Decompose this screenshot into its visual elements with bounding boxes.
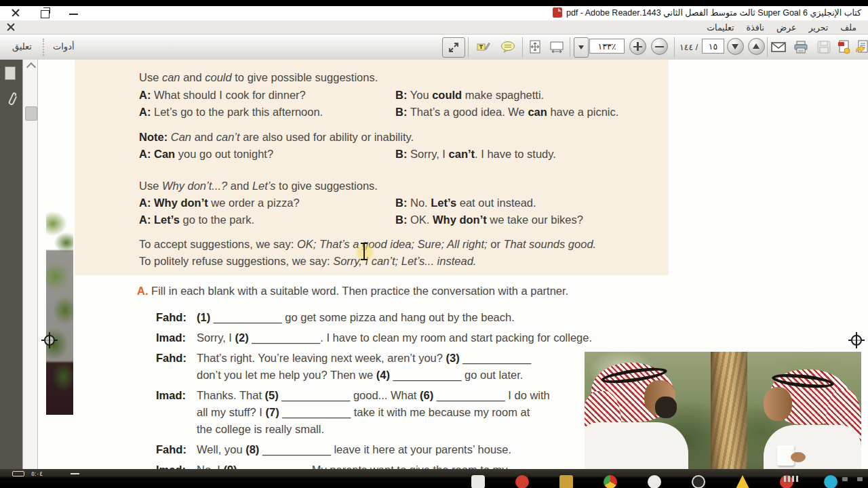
photos-app-icon[interactable] <box>471 475 485 488</box>
menu-view[interactable]: عرض <box>774 22 798 33</box>
zoom-level-input[interactable]: ١٣٣٪ <box>589 39 625 54</box>
previous-page-button[interactable] <box>748 38 765 55</box>
close-button[interactable] <box>12 9 21 18</box>
text-run: Why don’t <box>433 214 487 226</box>
text-run: and <box>180 71 205 83</box>
alarm-app-icon[interactable] <box>692 475 705 488</box>
text-run: A: <box>139 148 151 160</box>
text-run: That’s a good idea. We <box>407 106 528 118</box>
next-page-icon <box>728 39 743 54</box>
share-app-icon[interactable] <box>648 475 661 488</box>
text-run: Well, you <box>197 443 245 455</box>
highlight-text-button[interactable] <box>472 37 495 56</box>
zoom-dropdown-button[interactable] <box>574 37 589 58</box>
taskbar: ٥:٠٤ <box>0 469 868 488</box>
zoom-in-button[interactable] <box>629 38 646 55</box>
registration-mark-left-icon <box>41 332 58 348</box>
warning-app-icon[interactable] <box>736 475 749 488</box>
menu-edit[interactable]: تحرير <box>806 22 830 33</box>
window-title-area: كتاب الإنجليزي Super Goal 6 ثالث متوسط ا… <box>553 7 861 18</box>
sticky-note-icon <box>500 41 515 53</box>
text-run: we take our bikes? <box>487 214 583 226</box>
dialogue-line: (1) ___________ go get some pizza and ha… <box>197 310 515 324</box>
text-run: No, I <box>197 464 223 469</box>
man-left <box>585 363 709 469</box>
minimize-icon <box>69 14 78 15</box>
text-run: (4) <box>376 369 390 381</box>
text-run: Thanks. That <box>197 389 265 401</box>
page-thumbnails-button[interactable] <box>5 66 16 80</box>
dialogue-line: No, I (9) ___________ My parents want to… <box>197 463 508 469</box>
fit-width-button[interactable] <box>547 37 567 56</box>
text-run: could <box>432 89 462 101</box>
print-button[interactable] <box>791 37 811 56</box>
text-run: to give suggestions. <box>276 180 378 192</box>
email-icon <box>771 42 786 52</box>
menu-help[interactable]: تعليمات <box>705 22 736 33</box>
text-run: Why don’t...? <box>162 180 227 192</box>
speaker-label: Fahd: <box>156 310 186 324</box>
text-run: ___________ leave it here at your parent… <box>259 443 511 455</box>
grammar-line: B: You could make spaghetti. <box>395 88 544 102</box>
chrome-browser-icon[interactable] <box>604 475 617 488</box>
speaker-label: Fahd: <box>156 351 186 365</box>
save-button <box>815 37 833 56</box>
conversation-photo <box>585 352 861 469</box>
attachments-button[interactable] <box>5 91 17 107</box>
email-button[interactable] <box>769 37 788 56</box>
video-overlay-icon <box>12 471 24 476</box>
zoom-in-icon <box>630 39 646 54</box>
messenger-app-icon[interactable] <box>824 475 837 488</box>
text-run: ___________ go get some pizza and hang o… <box>210 311 515 323</box>
dialogue-line: Thanks. That (5) ___________ good... Wha… <box>197 388 550 402</box>
grammar-line: A: Let’s go to the park this afternoon. <box>139 105 323 119</box>
create-pdf-button[interactable] <box>835 37 853 56</box>
adobe-reader-window: كتاب الإنجليزي Super Goal 6 ثالث متوسط ا… <box>0 0 868 488</box>
text-run: Can <box>171 131 191 143</box>
text-run: make spaghetti. <box>462 89 544 101</box>
sticky-note-button[interactable] <box>496 37 519 56</box>
text-run: B: <box>395 214 407 226</box>
text-run: A: <box>139 106 151 118</box>
text-run: go to the park. <box>180 214 254 226</box>
scrollbar-thumb[interactable] <box>25 106 37 121</box>
grammar-line: A: What should I cook for dinner? <box>139 88 306 102</box>
zoom-out-button[interactable] <box>651 38 668 55</box>
dialogue-line: Sorry, I (2) ___________. I have to clea… <box>197 331 592 344</box>
menu-file[interactable]: ملف <box>838 22 859 33</box>
page-number-input[interactable]: ١٥ <box>702 39 724 54</box>
next-page-button[interactable] <box>727 38 744 55</box>
man-right <box>758 369 861 469</box>
vertical-scrollbar[interactable] <box>22 60 38 469</box>
page-thumbnails-icon <box>5 66 16 80</box>
menu-window[interactable]: نافذة <box>745 22 766 33</box>
overlay-dash-icon <box>71 473 79 474</box>
fullscreen-button[interactable] <box>442 37 465 58</box>
folder-app-icon[interactable] <box>559 475 573 488</box>
navigation-sidebar <box>0 60 22 469</box>
restore-down-button[interactable] <box>41 9 50 18</box>
text-run: the college is really small. <box>197 423 324 435</box>
dialogue-line: Well, you (8) ___________ leave it here … <box>197 443 511 456</box>
top-black-strip <box>0 0 868 6</box>
pdf-page: Use can and could to give possible sugge… <box>38 60 868 469</box>
text-run: (2) <box>235 331 249 344</box>
scroll-up-icon[interactable] <box>26 62 36 72</box>
fit-page-button[interactable] <box>525 37 545 56</box>
text-cursor <box>355 241 373 263</box>
face-right <box>764 387 792 421</box>
comment-panel-button[interactable]: تعليق <box>12 41 32 52</box>
speaker-label: Imad: <box>156 388 186 402</box>
tools-panel-button[interactable]: أدوات <box>53 41 75 52</box>
fullscreen-icon <box>448 42 459 53</box>
text-run: to give possible suggestions. <box>232 71 378 83</box>
tree-photo-strip <box>46 203 73 415</box>
text-run: Let’s go to the park this afternoon. <box>151 106 323 118</box>
media-player-icon[interactable] <box>515 475 529 488</box>
text-run: Let’s <box>252 180 276 192</box>
text-run: Why don’t <box>154 197 208 209</box>
convert-button[interactable] <box>854 37 868 56</box>
minimize-button[interactable] <box>69 9 79 18</box>
create-pdf-icon <box>837 40 851 54</box>
tab-close-button[interactable] <box>7 23 15 31</box>
